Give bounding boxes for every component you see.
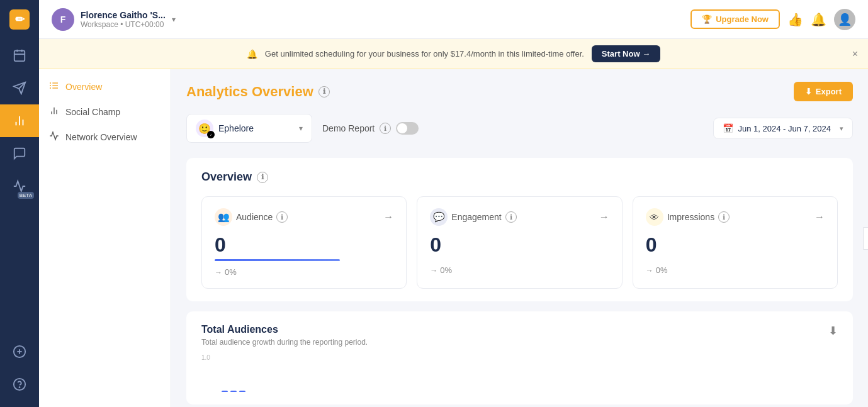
total-audiences-subtitle: Total audience growth during the reporti… xyxy=(201,338,368,347)
metric-engagement-header: 💬 Engagement ℹ → xyxy=(430,208,609,226)
impressions-arrow-icon[interactable]: → xyxy=(814,211,825,223)
metric-card-audience: 👥 Audience ℹ → 0 → 0% xyxy=(201,196,407,289)
metric-card-engagement: 💬 Engagement ℹ → 0 → 0% xyxy=(417,196,622,289)
sidebar-item-social-champ[interactable]: Social Champ xyxy=(39,99,171,125)
promo-banner: 🔔 Get unlimited scheduling for your busi… xyxy=(39,39,868,69)
download-icon: ⬇ xyxy=(805,87,812,96)
nav-item-calendar[interactable] xyxy=(0,39,39,72)
impressions-value: 0 xyxy=(646,233,825,257)
sidebar-overview-label: Overview xyxy=(65,82,102,92)
thumbs-icon[interactable]: 👍 xyxy=(787,12,803,27)
overview-icon xyxy=(49,81,59,93)
sidebar-network-overview-label: Network Overview xyxy=(65,132,137,142)
nav-item-reports[interactable]: BETA xyxy=(0,170,39,203)
date-range-selector[interactable]: 📅 Jun 1, 2024 - Jun 7, 2024 ▾ xyxy=(713,118,853,139)
demo-report-label: Demo Report xyxy=(322,123,375,133)
chart-bar-2 xyxy=(230,391,237,392)
impressions-change: → 0% xyxy=(646,265,825,275)
account-avatar: 🙂 ♪ xyxy=(196,120,213,137)
metric-engagement-label: 💬 Engagement ℹ xyxy=(430,208,516,226)
sidebar-item-network-overview[interactable]: Network Overview xyxy=(39,125,171,150)
bell-icon[interactable]: 🔔 xyxy=(811,12,826,27)
audience-change-icon: → xyxy=(215,268,222,277)
page-title-info-icon[interactable]: ℹ xyxy=(318,86,330,98)
network-overview-icon xyxy=(49,131,59,143)
header-actions: 🏆 Upgrade Now 👍 🔔 👤 xyxy=(690,9,855,30)
engagement-icon: 💬 xyxy=(430,208,448,226)
metric-impressions-header: 👁 Impressions ℹ → xyxy=(646,208,825,226)
social-champ-icon xyxy=(49,106,59,118)
metric-audience-header: 👥 Audience ℹ → xyxy=(215,208,393,226)
analytics-icon xyxy=(13,114,26,128)
total-audiences-title: Total Audiences xyxy=(201,324,368,335)
sidebar-collapse-button[interactable]: ‹ xyxy=(863,227,868,250)
total-audiences-chart: 1.0 xyxy=(201,354,838,392)
total-audiences-download-icon[interactable]: ⬇ xyxy=(828,324,838,338)
export-button[interactable]: ⬇ Export xyxy=(794,82,853,101)
user-avatar[interactable]: 👤 xyxy=(834,9,855,30)
overview-section: Overview ℹ 👥 Audience ℹ → xyxy=(186,158,853,301)
overview-title: Overview ℹ xyxy=(201,170,838,184)
svg-rect-0 xyxy=(14,51,25,62)
page-title: Analytics Overview ℹ xyxy=(186,84,330,100)
tiktok-badge: ♪ xyxy=(207,131,215,138)
workspace-name: Florence Gaitho 'S... xyxy=(81,10,166,20)
add-icon xyxy=(13,345,26,359)
controls-row: 🙂 ♪ Ephelore ▾ Demo Report ℹ 📅 Jun 1, 20… xyxy=(186,114,853,143)
workspace-selector[interactable]: F Florence Gaitho 'S... Workspace • UTC+… xyxy=(52,8,176,31)
account-name: Ephelore xyxy=(218,123,294,133)
sidebar-social-champ-label: Social Champ xyxy=(65,107,120,117)
reports-icon xyxy=(13,179,26,193)
workspace-sub: Workspace • UTC+00:00 xyxy=(81,20,166,29)
start-now-button[interactable]: Start Now → xyxy=(592,45,660,62)
banner-close-button[interactable]: × xyxy=(852,48,858,60)
inbox-icon xyxy=(13,147,26,160)
chart-bar-1 xyxy=(222,391,228,392)
metrics-row: 👥 Audience ℹ → 0 → 0% xyxy=(201,196,838,289)
audience-value: 0 xyxy=(215,233,393,257)
trophy-icon: 🏆 xyxy=(702,14,712,24)
demo-report-info-icon[interactable]: ℹ xyxy=(380,123,391,134)
workspace-info: Florence Gaitho 'S... Workspace • UTC+00… xyxy=(81,10,166,29)
compose-icon xyxy=(13,81,26,95)
upgrade-button[interactable]: 🏆 Upgrade Now xyxy=(690,9,780,29)
sidebar: Overview Social Champ Network Overview xyxy=(39,69,171,407)
total-audiences-section: Total Audiences Total audience growth du… xyxy=(186,311,853,404)
account-selector[interactable]: 🙂 ♪ Ephelore ▾ xyxy=(186,114,312,143)
nav-bottom xyxy=(0,335,39,407)
audience-arrow-icon[interactable]: → xyxy=(383,211,393,223)
nav-item-help[interactable] xyxy=(0,368,39,401)
chart-bar-3 xyxy=(239,391,245,392)
date-selector-chevron-icon: ▾ xyxy=(840,125,843,133)
sidebar-item-overview[interactable]: Overview xyxy=(39,74,171,99)
metric-card-impressions: 👁 Impressions ℹ → 0 → 0% xyxy=(633,196,838,289)
nav-item-add[interactable] xyxy=(0,335,39,368)
nav-bar: ✏ BETA xyxy=(0,0,39,407)
nav-item-analytics[interactable] xyxy=(0,104,39,137)
account-selector-chevron-icon: ▾ xyxy=(299,124,303,133)
date-range-label: Jun 1, 2024 - Jun 7, 2024 xyxy=(738,124,831,133)
calendar-icon: 📅 xyxy=(723,123,733,133)
help-icon xyxy=(13,377,26,391)
metric-audience-label: 👥 Audience ℹ xyxy=(215,208,288,226)
overview-info-icon[interactable]: ℹ xyxy=(257,172,268,183)
engagement-info-icon[interactable]: ℹ xyxy=(505,211,517,223)
nav-item-inbox[interactable] xyxy=(0,137,39,170)
impressions-change-icon: → xyxy=(646,266,653,275)
nav-item-compose[interactable] xyxy=(0,72,39,104)
banner-emoji: 🔔 xyxy=(247,49,257,59)
chart-y-label: 1.0 xyxy=(201,354,210,361)
audience-change: → 0% xyxy=(215,267,393,277)
metric-impressions-label: 👁 Impressions ℹ xyxy=(646,208,730,226)
demo-report-toggle[interactable] xyxy=(396,122,419,135)
engagement-arrow-icon[interactable]: → xyxy=(599,211,609,223)
content-header: Analytics Overview ℹ ⬇ Export xyxy=(186,82,853,101)
workspace-chevron-icon: ▾ xyxy=(172,15,176,24)
calendar-icon xyxy=(13,48,26,62)
banner-message: Get unlimited scheduling for your busine… xyxy=(265,49,584,59)
impressions-info-icon[interactable]: ℹ xyxy=(718,211,730,223)
nav-logo[interactable]: ✏ xyxy=(0,0,39,39)
audience-info-icon[interactable]: ℹ xyxy=(276,211,288,223)
total-audiences-header: Total Audiences Total audience growth du… xyxy=(201,324,838,347)
engagement-change-icon: → xyxy=(430,266,437,275)
